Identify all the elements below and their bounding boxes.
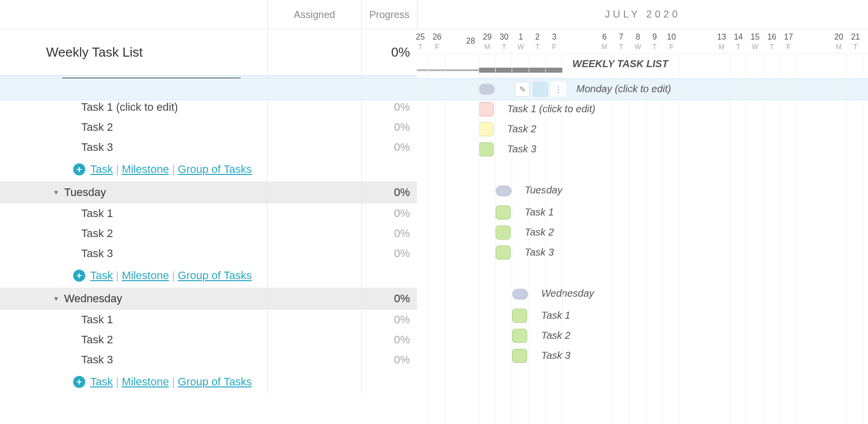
day-column [479,54,496,424]
task-name: Task 2 [81,333,113,346]
group-wednesday-row[interactable]: ▼Wednesday 0% [0,288,417,310]
task-row[interactable]: Task 2 0% [0,117,417,137]
col-progress-header[interactable]: Progress [362,0,417,29]
add-row-wednesday: + Task| Milestone| Group of Tasks [0,370,417,394]
date-label: 16T [763,29,780,54]
day-column [462,54,479,424]
plus-icon[interactable]: + [73,163,85,175]
date-label: 29M [479,29,496,54]
date-label [680,29,696,54]
task-row[interactable]: Task 2 0% [0,330,417,350]
group-name: Tuesday [64,186,106,199]
task-progress: 0% [394,333,410,346]
date-label [697,29,713,54]
plus-icon[interactable]: + [73,270,85,282]
date-label: 28 [462,29,479,54]
col-name-header[interactable] [40,0,268,29]
day-column [546,54,562,424]
left-pane: Assigned Progress Weekly Task List 0% ✕ … [0,0,417,424]
project-title: Weekly Task List [46,45,143,60]
task-row[interactable]: Task 2 0% [0,224,417,244]
task-progress: 0% [394,353,410,366]
date-label: 9T [646,29,663,54]
task-row[interactable]: Task 3 0% [0,137,417,157]
day-column [428,54,445,424]
day-column [830,54,847,424]
project-title-row[interactable]: Weekly Task List 0% [0,29,417,75]
task-name: Task 2 [81,227,113,240]
date-label: 7T [613,29,629,54]
add-group-link[interactable]: Group of Tasks [178,375,252,388]
group-tuesday-row[interactable]: ▼Tuesday 0% [0,181,417,203]
date-label: 8W [629,29,646,54]
plus-icon[interactable]: + [73,376,85,388]
add-milestone-link[interactable]: Milestone [122,375,169,388]
day-column [864,54,868,424]
chevron-down-icon[interactable]: ▼ [53,189,59,196]
month-header: JULY 2020 [417,0,868,29]
date-label: 13M [713,29,730,54]
project-progress: 0% [391,45,410,60]
day-column [412,54,428,424]
day-column [629,54,646,424]
add-milestone-link[interactable]: Milestone [122,163,169,176]
col-assigned-header[interactable]: Assigned [268,0,362,29]
task-name: Task 1 [81,207,113,220]
day-column [613,54,629,424]
task-row[interactable]: Task 3 0% [0,244,417,264]
date-label [563,29,579,54]
group-name: Wednesday [64,292,122,305]
task-name: Task 1 [81,313,113,326]
day-column [663,54,680,424]
task-name: Task 2 [81,121,113,134]
day-column [780,54,797,424]
task-progress: 0% [394,121,410,134]
add-task-link[interactable]: Task [90,269,113,282]
add-milestone-link[interactable]: Milestone [122,269,169,282]
add-group-link[interactable]: Group of Tasks [178,269,252,282]
date-label: 2T [529,29,546,54]
date-label: 17F [780,29,797,54]
date-label: 22W [864,29,868,54]
task-row[interactable]: Task 1 (click to edit) 0% [0,97,417,117]
task-progress: 0% [394,247,410,260]
day-column [847,54,863,424]
date-label: 15W [747,29,763,54]
date-label [579,29,596,54]
date-label: 3F [546,29,562,54]
add-task-link[interactable]: Task [90,375,113,388]
date-label: 1W [512,29,529,54]
add-row-monday: + Task| Milestone| Group of Tasks [0,157,417,181]
add-task-link[interactable]: Task [90,163,113,176]
date-label [814,29,830,54]
day-column [747,54,763,424]
add-row-tuesday: + Task| Milestone| Group of Tasks [0,264,417,288]
chart-pane[interactable]: JULY 2020 25T26F2829M30T1W2T3F6M7T8W9T10… [417,0,868,424]
date-label: 30T [496,29,512,54]
group-progress: 0% [394,186,410,199]
header-row: Assigned Progress [0,0,417,29]
task-name: Task 1 (click to edit) [81,101,178,114]
date-label: 14T [730,29,747,54]
day-column [529,54,546,424]
task-row[interactable]: Task 1 0% [0,310,417,330]
task-progress: 0% [394,313,410,326]
date-label: 21T [847,29,863,54]
date-label: 6M [596,29,612,54]
day-column [596,54,612,424]
task-progress: 0% [394,227,410,240]
day-column [646,54,663,424]
task-name: Task 3 [81,247,113,260]
date-label [797,29,813,54]
date-label: 25T [412,29,428,54]
date-header-row: 25T26F2829M30T1W2T3F6M7T8W9T10F13M14T15W… [417,29,868,54]
task-row[interactable]: Task 3 0% [0,350,417,370]
add-group-link[interactable]: Group of Tasks [178,163,252,176]
day-column [496,54,512,424]
chevron-down-icon[interactable]: ▼ [53,295,59,302]
task-name: Task 3 [81,141,113,154]
task-progress: 0% [394,101,410,114]
task-row[interactable]: Task 1 0% [0,203,417,224]
chart-body[interactable]: WEEKLY TASK LIST ✎ ⋮ Monday (click to ed… [417,54,868,424]
day-column [730,54,747,424]
